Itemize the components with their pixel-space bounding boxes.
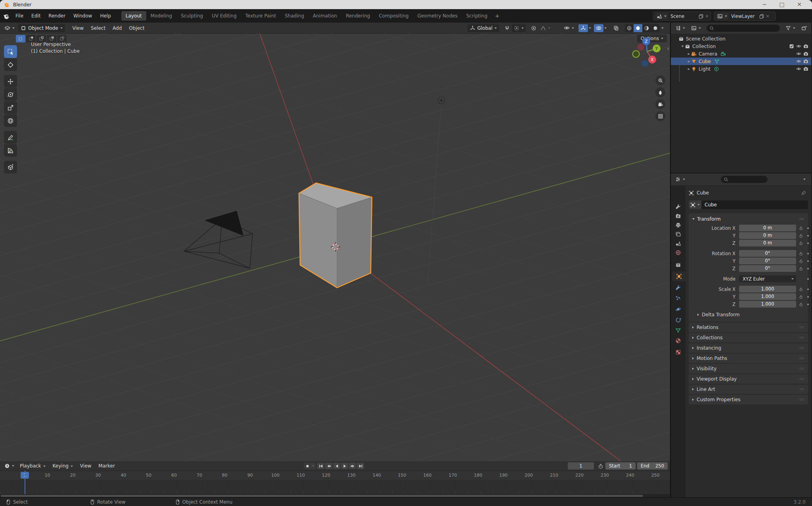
timeline-menu-playback[interactable]: Playback	[16, 462, 49, 469]
properties-tab-particles[interactable]	[671, 293, 686, 303]
disclosure-icon[interactable]: ▶	[687, 52, 691, 56]
editor-type-button[interactable]	[2, 24, 17, 32]
axis-neg-x[interactable]	[638, 44, 644, 51]
lock-icon[interactable]	[798, 294, 804, 299]
outliner-row-cube[interactable]: ▶Cube	[671, 58, 811, 65]
shading-rendered-button[interactable]	[651, 24, 660, 32]
workspace-tab-compositing[interactable]: Compositing	[374, 11, 413, 21]
drag-handle-icon[interactable]	[799, 356, 804, 361]
playback-jump-start-button[interactable]	[317, 463, 324, 469]
shading-dropdown[interactable]	[661, 27, 664, 29]
outliner-row-camera[interactable]: ▶Camera	[671, 50, 811, 58]
delta-transform-subpanel[interactable]: Delta Transform	[697, 311, 808, 319]
animate-property-dot[interactable]	[807, 278, 809, 280]
workspace-tab-geometry-nodes[interactable]: Geometry Nodes	[413, 11, 462, 21]
drag-handle-icon[interactable]	[799, 376, 804, 382]
workspace-tab-animation[interactable]: Animation	[308, 11, 341, 21]
timeline-menu-marker[interactable]: Marker	[95, 462, 118, 469]
outliner-row-light[interactable]: ▶Light	[671, 65, 811, 73]
lock-icon[interactable]	[798, 287, 804, 292]
overlays-dropdown[interactable]	[604, 27, 607, 29]
copy-scene-icon[interactable]	[698, 13, 704, 19]
proportional-falloff-dropdown[interactable]	[538, 24, 552, 32]
animate-property-dot[interactable]	[807, 227, 809, 229]
pin-icon[interactable]	[801, 190, 806, 196]
properties-tab-texture[interactable]	[671, 347, 686, 357]
viewport-zoom-button[interactable]	[655, 75, 665, 85]
cube-object[interactable]	[299, 183, 372, 288]
viewport-camera-view-button[interactable]	[655, 99, 665, 109]
lock-icon[interactable]	[798, 226, 804, 231]
value-field[interactable]: 1.000	[739, 286, 796, 292]
scrollbar-thumb[interactable]	[1, 495, 643, 497]
playback-prev-keyframe-button[interactable]	[325, 463, 332, 469]
viewport-visibility-eye-icon[interactable]	[796, 66, 801, 71]
shading-material-button[interactable]	[642, 24, 651, 32]
snap-settings-dropdown[interactable]	[512, 24, 526, 32]
value-field[interactable]: 0°	[739, 265, 796, 272]
maximize-button[interactable]: □	[773, 0, 791, 9]
minimize-button[interactable]: ─	[756, 0, 773, 9]
tool-move[interactable]	[4, 75, 17, 88]
auto-keyframe-button[interactable]	[304, 463, 316, 469]
animate-property-dot[interactable]	[807, 289, 809, 290]
viewlayer-selector[interactable]: ViewLayer ✕	[714, 12, 776, 21]
outliner-editor-type-button[interactable]	[673, 24, 687, 32]
object-name-field[interactable]: Cube	[689, 200, 808, 209]
remove-viewlayer-icon[interactable]: ✕	[766, 13, 770, 19]
scene-selector[interactable]: Scene ✕	[653, 12, 711, 21]
show-overlays-button[interactable]	[594, 24, 603, 32]
properties-editor-type-button[interactable]	[673, 175, 687, 183]
xray-toggle-button[interactable]	[611, 24, 621, 32]
mode-dropdown[interactable]: Object Mode	[18, 24, 65, 32]
timeline-scrollbar[interactable]	[0, 494, 670, 497]
panel-instancing[interactable]: Instancing	[689, 343, 808, 353]
sidebar-collapse-icon[interactable]: ‹	[667, 45, 669, 52]
menu-render[interactable]: Render	[44, 12, 69, 20]
gizmo-dropdown[interactable]	[589, 27, 591, 29]
drag-handle-icon[interactable]	[799, 397, 804, 402]
menu-edit[interactable]: Edit	[27, 12, 44, 20]
timeline-track[interactable]	[0, 480, 670, 494]
drag-handle-icon[interactable]	[799, 216, 804, 222]
properties-tab-scene[interactable]	[671, 239, 686, 248]
outliner-row-scene-collection[interactable]: Scene Collection	[671, 35, 811, 42]
panel-relations[interactable]: Relations	[689, 323, 808, 332]
tool-transform[interactable]	[4, 114, 17, 127]
workspace-tab-uv-editing[interactable]: UV Editing	[207, 11, 241, 21]
menu-file[interactable]: File	[11, 12, 27, 20]
new-collection-button[interactable]	[799, 24, 809, 32]
properties-tab-material[interactable]	[671, 336, 686, 346]
lock-icon[interactable]	[798, 251, 804, 256]
value-field[interactable]: 0 m	[739, 225, 796, 231]
viewport-pan-button[interactable]	[655, 87, 665, 97]
value-field[interactable]: 1.000	[739, 301, 796, 308]
properties-tab-world[interactable]	[671, 248, 686, 258]
value-field[interactable]: 1.000	[739, 293, 796, 300]
panel-motion-paths[interactable]: Motion Paths	[689, 354, 808, 363]
axis-neg-z[interactable]	[642, 60, 648, 67]
use-preview-range-button[interactable]	[596, 462, 605, 470]
viewport-canvas[interactable]: User Perspective (1) Collection | Cube O…	[0, 33, 670, 461]
camera-object[interactable]	[184, 211, 253, 268]
lock-icon[interactable]	[798, 241, 804, 246]
properties-tab-tool[interactable]	[671, 202, 686, 212]
add-workspace-button[interactable]: +	[492, 13, 503, 19]
panel-collections[interactable]: Collections	[689, 333, 808, 342]
tool-measure[interactable]	[4, 144, 17, 157]
exclude-checkbox-icon[interactable]	[789, 44, 794, 49]
timeline-menu-view[interactable]: View	[77, 462, 95, 469]
timeline-ruler[interactable]: 1 10203040506070809010011012013014015016…	[0, 471, 670, 480]
navigation-gizmo[interactable]: Z Y X	[631, 36, 665, 72]
render-visibility-camera-icon[interactable]	[803, 66, 808, 71]
unlink-scene-icon[interactable]: ✕	[705, 13, 709, 19]
animate-property-dot[interactable]	[807, 235, 809, 237]
animate-property-dot[interactable]	[807, 242, 809, 244]
disclosure-icon[interactable]: ▶	[687, 67, 691, 71]
lock-icon[interactable]	[798, 266, 804, 271]
workspace-tab-texture-paint[interactable]: Texture Paint	[241, 11, 280, 21]
value-field[interactable]: 0°	[739, 250, 796, 257]
show-object-types-dropdown[interactable]	[562, 24, 576, 32]
panel-line-art[interactable]: Line Art	[689, 385, 808, 394]
properties-search-input[interactable]	[721, 176, 768, 183]
